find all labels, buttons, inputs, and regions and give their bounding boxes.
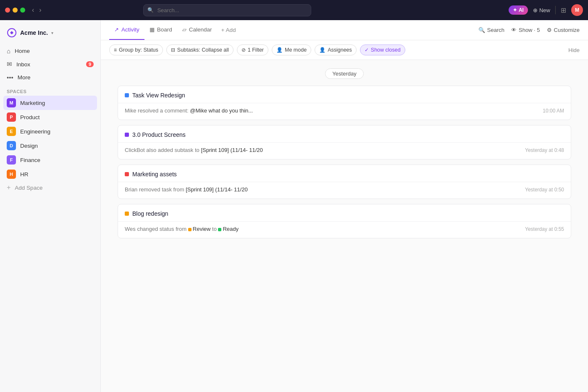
card-header: Task View Redesign: [118, 86, 571, 103]
tab-add-button[interactable]: + Add: [217, 20, 240, 40]
sidebar-item-design[interactable]: D Design: [3, 139, 97, 153]
filter-group-by-status[interactable]: ≡ Group by: Status: [109, 44, 163, 55]
filter-label: 1 Filter: [248, 47, 264, 53]
activity-card-product-screens[interactable]: 3.0 Product Screens ClickBot also added …: [118, 125, 571, 159]
sidebar-item-engineering[interactable]: E Engineering: [3, 124, 97, 139]
sidebar-item-more[interactable]: ••• More: [3, 71, 97, 84]
window-controls: [5, 8, 25, 13]
new-button[interactable]: ⊕ New: [533, 7, 550, 13]
global-search: 🔍: [143, 4, 311, 16]
product-avatar: P: [7, 112, 16, 122]
minimize-window-btn[interactable]: [13, 8, 18, 13]
hide-button[interactable]: Hide: [568, 47, 580, 53]
filter-subtasks-collapse[interactable]: ⊟ Subtasks: Collapse all: [166, 44, 234, 55]
status-to-dot: [218, 228, 221, 231]
finance-label: Finance: [20, 157, 40, 163]
status-to-label: Ready: [223, 226, 239, 232]
sidebar-more-label: More: [18, 74, 31, 81]
brand-header[interactable]: Acme Inc. ▾: [3, 25, 97, 44]
task-dot: [125, 133, 129, 137]
activity-card-task-view-redesign[interactable]: Task View Redesign Mike resolved a comme…: [118, 86, 571, 120]
filter-icon: ⊘: [242, 47, 246, 53]
sidebar-inbox-label: Inbox: [16, 61, 30, 68]
topbar-divider: [555, 6, 556, 14]
sidebar-item-product[interactable]: P Product: [3, 110, 97, 124]
filter-assignees[interactable]: 👤 Assignees: [315, 44, 357, 55]
board-tab-label: Board: [157, 26, 172, 33]
hr-avatar: H: [7, 170, 16, 179]
filter-1filter[interactable]: ⊘ 1 Filter: [237, 44, 268, 55]
search-input[interactable]: [143, 4, 311, 16]
brand-chevron-icon: ▾: [51, 31, 53, 35]
activity-time: Yesterday at 0:50: [525, 187, 564, 193]
tabs-right-actions: 🔍 Search 👁 Show · 5 ⚙ Customize: [478, 27, 580, 33]
card-body: Wes changed status from Review to Ready …: [118, 222, 571, 238]
activity-time: Yesterday at 0:48: [525, 147, 564, 153]
sidebar: Acme Inc. ▾ ⌂ Home ✉ Inbox 9 ••• More Sp…: [0, 20, 101, 392]
status-from-dot: [188, 228, 192, 231]
task-title: Blog redesign: [132, 210, 168, 217]
task-dot: [125, 93, 129, 97]
forward-button[interactable]: ›: [37, 5, 43, 15]
activity-card-blog-redesign[interactable]: Blog redesign Wes changed status from Re…: [118, 204, 571, 238]
filter-show-closed[interactable]: ✓ Show closed: [360, 44, 405, 55]
marketing-label: Marketing: [20, 100, 45, 106]
inbox-badge: 9: [86, 61, 94, 67]
search-button[interactable]: 🔍 Search: [478, 27, 504, 33]
activity-description: Brian removed task from [Sprint 109] (11…: [125, 186, 248, 193]
card-header: Blog redesign: [118, 204, 571, 222]
ai-label: AI: [519, 7, 524, 13]
customize-label: Customize: [554, 27, 580, 33]
search-tab-icon: 🔍: [478, 27, 485, 33]
me-mode-label: Me mode: [285, 47, 307, 53]
sidebar-item-marketing[interactable]: M Marketing: [3, 96, 97, 110]
filter-me-mode[interactable]: 👤 Me mode: [272, 44, 311, 55]
tab-board[interactable]: ▦ Board: [144, 20, 177, 40]
sidebar-item-home[interactable]: ⌂ Home: [3, 44, 97, 57]
add-space-button[interactable]: + Add Space: [3, 181, 97, 194]
customize-button[interactable]: ⚙ Customize: [547, 27, 580, 33]
sidebar-item-inbox[interactable]: ✉ Inbox 9: [3, 57, 97, 71]
activity-card-marketing-assets[interactable]: Marketing assets Brian removed task from…: [118, 165, 571, 199]
sidebar-item-hr[interactable]: H HR: [3, 167, 97, 181]
task-title: 3.0 Product Screens: [132, 131, 186, 138]
card-header: Marketing assets: [118, 165, 571, 182]
task-title: Marketing assets: [132, 171, 177, 178]
ai-icon: ✦: [513, 7, 517, 13]
product-label: Product: [20, 114, 40, 120]
filters-bar: ≡ Group by: Status ⊟ Subtasks: Collapse …: [101, 40, 588, 60]
ai-button[interactable]: ✦ AI: [509, 5, 528, 15]
tab-add-label: + Add: [221, 27, 236, 33]
show-closed-icon: ✓: [365, 47, 369, 53]
tab-activity[interactable]: ↗ Activity: [109, 20, 144, 40]
customize-icon: ⚙: [547, 27, 552, 33]
sidebar-item-finance[interactable]: F Finance: [3, 153, 97, 167]
user-avatar[interactable]: M: [571, 4, 583, 16]
tab-calendar[interactable]: ▱ Calendar: [177, 20, 217, 40]
activity-content: Yesterday Task View Redesign Mike resolv…: [101, 60, 588, 392]
spaces-section-label: Spaces: [3, 84, 97, 96]
plus-icon: ⊕: [533, 7, 538, 13]
me-mode-icon: 👤: [276, 47, 283, 53]
brand-logo: [7, 28, 17, 38]
hr-label: HR: [20, 171, 29, 178]
add-space-plus-icon: +: [7, 184, 10, 191]
tabs-bar: ↗ Activity ▦ Board ▱ Calendar + Add 🔍 Se…: [101, 20, 588, 40]
card-header: 3.0 Product Screens: [118, 125, 571, 143]
fullscreen-window-btn[interactable]: [20, 8, 25, 13]
card-body: ClickBot also added subtask to [Sprint 1…: [118, 143, 571, 159]
show-label: Show · 5: [519, 27, 540, 33]
finance-avatar: F: [7, 155, 16, 165]
show-button[interactable]: 👁 Show · 5: [511, 27, 540, 33]
nav-controls: ‹ ›: [30, 5, 43, 15]
back-button[interactable]: ‹: [30, 5, 36, 15]
calendar-tab-icon: ▱: [182, 26, 186, 33]
calendar-tab-label: Calendar: [189, 26, 212, 33]
subtasks-icon: ⊟: [171, 47, 175, 53]
new-label: New: [539, 7, 550, 13]
status-from-label: Review: [193, 226, 211, 232]
search-icon: 🔍: [147, 7, 154, 13]
activity-tab-label: Activity: [121, 26, 139, 33]
close-window-btn[interactable]: [5, 8, 10, 13]
apps-grid-icon[interactable]: ⊞: [561, 6, 566, 14]
